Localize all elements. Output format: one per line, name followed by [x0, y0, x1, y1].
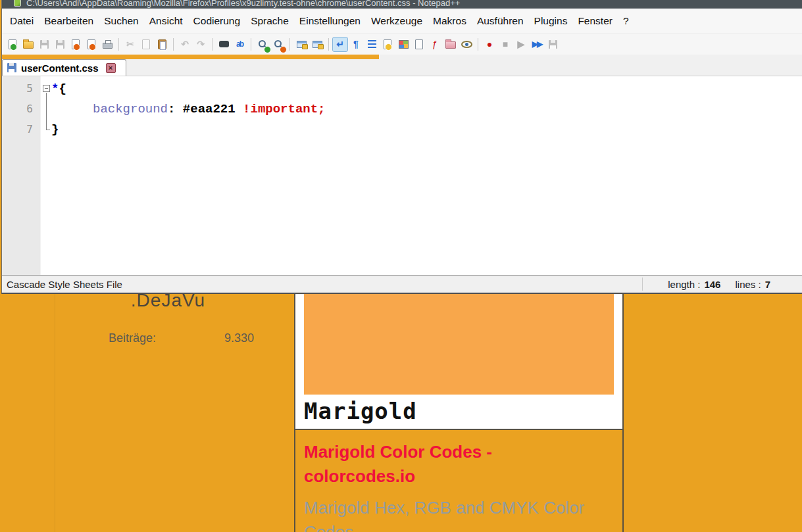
folder-as-workspace-glyph	[445, 41, 456, 49]
new-file-icon[interactable]	[5, 37, 20, 51]
menu-fenster[interactable]: Fenster	[572, 12, 618, 30]
toolbar-separator	[289, 38, 290, 51]
menu-ansicht[interactable]: Ansicht	[144, 12, 188, 30]
window-title: C:\Users\Andi\AppData\Roaming\Mozilla\Fi…	[26, 0, 460, 8]
open-brace: {	[59, 82, 66, 96]
css-hex-value: #eaa221	[183, 102, 236, 116]
cut-icon: ✂	[123, 37, 138, 51]
tab-usercontent-css[interactable]: userContent.css ×	[2, 59, 126, 76]
zoom-out-icon[interactable]	[271, 37, 286, 51]
line-number: 5	[2, 78, 40, 99]
status-bar: Cascade Style Sheets File length : 146 l…	[2, 275, 802, 293]
title-bar[interactable]: C:\Users\Andi\AppData\Roaming\Mozilla\Fi…	[2, 0, 802, 9]
menu-datei[interactable]: Datei	[5, 12, 39, 30]
save-all-icon	[53, 37, 67, 51]
title-bar-content: C:\Users\Andi\AppData\Roaming\Mozilla\Fi…	[14, 0, 460, 9]
stop-recording-icon: ■	[498, 37, 513, 51]
save-macro-glyph	[549, 40, 557, 49]
toolbar-separator	[251, 38, 251, 51]
save-icon	[37, 37, 51, 51]
redo-icon: ↷	[193, 37, 208, 51]
close-all-icon[interactable]	[84, 37, 99, 51]
close-brace: }	[51, 122, 59, 137]
editor-area[interactable]: 5 6 7 *{ background: #eaa221 !important;…	[2, 76, 802, 275]
line-number-margin: 5 6 7	[2, 76, 40, 275]
menu-makros[interactable]: Makros	[428, 12, 472, 30]
fold-guide-line	[46, 93, 47, 130]
word-wrap-icon[interactable]: ↵	[333, 37, 347, 51]
code-line-5: *{	[51, 78, 802, 99]
start-recording-icon[interactable]: ●	[482, 37, 497, 51]
define-language-icon[interactable]	[380, 37, 395, 51]
toolbar-separator	[212, 38, 213, 51]
synchronize-horizontal-icon[interactable]	[310, 37, 324, 51]
close-file-glyph	[72, 39, 80, 49]
code-area[interactable]: *{ background: #eaa221 !important; }	[51, 76, 802, 275]
copy-glyph	[142, 39, 150, 49]
result-link-line1: Marigold Color Codes -	[304, 440, 614, 464]
playback-macro-icon: ▶	[514, 37, 528, 51]
copy-icon	[139, 37, 153, 51]
menu-einstellungen[interactable]: Einstellungen	[294, 12, 366, 30]
menu-sprache[interactable]: Sprache	[245, 12, 294, 30]
synchronize-vertical-icon[interactable]	[294, 37, 309, 51]
posts-value: 9.330	[224, 331, 254, 345]
lines-group: lines : 7	[735, 279, 770, 290]
menu-hilfe[interactable]: ?	[618, 12, 634, 30]
replace-icon[interactable]: ab	[232, 37, 247, 51]
fold-collapse-icon[interactable]	[43, 85, 50, 92]
function-list-icon[interactable]: ƒ	[428, 37, 442, 51]
result-link[interactable]: Marigold Color Codes - colorcodes.io	[304, 440, 614, 489]
folder-as-workspace-icon[interactable]	[443, 37, 458, 51]
fold-end-mark	[46, 130, 50, 130]
document-map-glyph	[399, 40, 409, 49]
document-list-icon[interactable]	[412, 37, 426, 51]
print-icon[interactable]	[100, 37, 114, 51]
lines-label: lines :	[735, 279, 761, 290]
notepad-plus-plus-window: C:\Users\Andi\AppData\Roaming\Mozilla\Fi…	[1, 0, 802, 294]
synchronize-horizontal-glyph	[313, 41, 322, 48]
menu-plugins[interactable]: Plugins	[529, 12, 573, 30]
find-icon[interactable]	[216, 37, 231, 51]
css-important: !important;	[236, 102, 326, 116]
tab-close-icon[interactable]: ×	[106, 63, 116, 73]
status-bar-right: length : 146 lines : 7	[642, 278, 770, 291]
find-glyph	[219, 41, 229, 47]
toolbar-separator	[173, 38, 174, 51]
css-property: background	[93, 102, 168, 116]
screen: .DeJaVu Beiträge: 9.330 Marigold Marigol…	[0, 0, 802, 532]
define-language-glyph	[384, 39, 391, 49]
zoom-in-icon[interactable]	[255, 37, 270, 51]
toolbar-separator	[478, 38, 478, 51]
posts-label: Beiträge:	[109, 331, 156, 345]
monitoring-icon[interactable]	[459, 37, 474, 51]
menu-suchen[interactable]: Suchen	[99, 12, 144, 30]
zoom-out-glyph	[274, 40, 282, 47]
close-all-glyph	[88, 39, 95, 49]
menu-codierung[interactable]: Codierung	[188, 12, 246, 30]
code-line-7: }	[51, 119, 802, 139]
lines-value: 7	[765, 279, 770, 290]
page-column-divider	[55, 294, 55, 532]
paste-icon[interactable]	[155, 37, 169, 51]
menu-werkzeuge[interactable]: Werkzeuge	[366, 12, 428, 30]
close-file-icon[interactable]	[68, 37, 83, 51]
menu-ausfuehren[interactable]: Ausführen	[472, 12, 529, 30]
colon: :	[168, 102, 183, 116]
run-macro-multiple-icon[interactable]: ▶▶	[530, 37, 544, 51]
toolbar-separator	[118, 38, 119, 51]
synchronize-vertical-glyph	[297, 41, 307, 48]
search-result-preview: Marigold Marigold Color Codes - colorcod…	[294, 294, 624, 532]
monitoring-glyph	[461, 41, 472, 48]
result-description: Marigold Hex, RGB and CMYK Color Codes I…	[304, 496, 614, 532]
open-file-icon[interactable]	[21, 37, 36, 51]
indent-guide-icon[interactable]	[364, 37, 379, 51]
toolbar: ✂ ↶ ↷ ab ↵ ¶ ƒ ● ■	[2, 33, 802, 55]
line-number: 7	[2, 119, 40, 139]
document-map-icon[interactable]	[396, 37, 411, 51]
tabbar-top-strip	[2, 55, 802, 59]
new-file-glyph	[9, 39, 16, 49]
open-file-glyph	[23, 41, 34, 49]
menu-bearbeiten[interactable]: Bearbeiten	[39, 12, 99, 30]
show-all-characters-icon[interactable]: ¶	[349, 37, 363, 51]
